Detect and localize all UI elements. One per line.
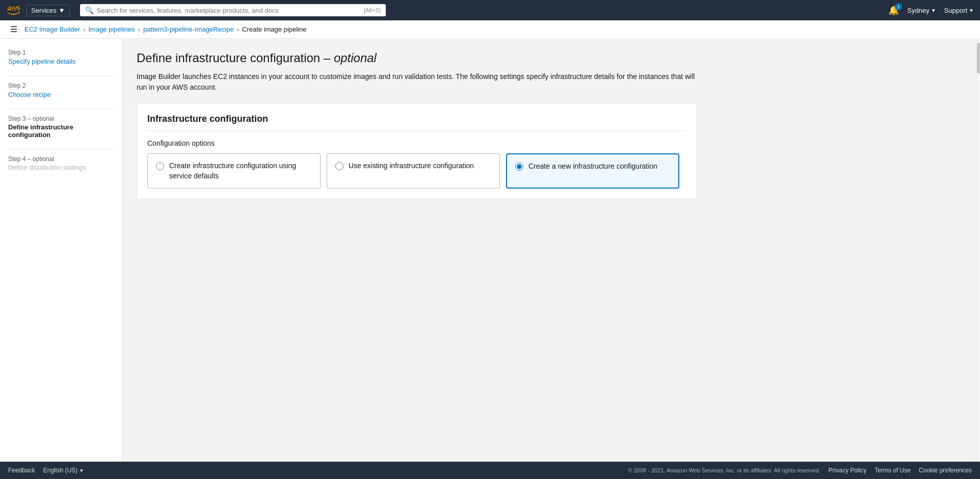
step-4-disabled: Define distribution settings	[8, 164, 114, 171]
notification-bell[interactable]: 🔔 1	[888, 5, 899, 16]
divider-2	[8, 109, 114, 109]
support-menu[interactable]: Support ▼	[944, 7, 974, 14]
step-4: Step 4 – optional Define distribution se…	[8, 155, 114, 171]
aws-logo-icon	[6, 5, 22, 15]
terms-of-use-link[interactable]: Terms of Use	[875, 467, 911, 474]
cookie-preferences-link[interactable]: Cookie preferences	[919, 467, 972, 474]
step-3-label: Step 3 – optional	[8, 115, 114, 122]
step-3: Step 3 – optional Define infrastructure …	[8, 115, 114, 139]
breadcrumb: ☰ EC2 Image Builder › Image pipelines › …	[0, 20, 980, 39]
footer: Feedback English (US) ▼ © 2008 - 2021, A…	[0, 462, 980, 479]
search-icon: 🔍	[85, 6, 94, 14]
step-2: Step 2 Choose recipe	[8, 82, 114, 98]
config-options-label: Configuration options	[147, 139, 686, 147]
nav-right: 🔔 1 Sydney ▼ Support ▼	[888, 5, 974, 16]
step-2-label: Step 2	[8, 82, 114, 89]
chevron-down-icon: ▼	[969, 8, 974, 13]
breadcrumb-ec2-image-builder[interactable]: EC2 Image Builder	[24, 25, 80, 33]
option-service-defaults[interactable]: Create infrastructure configuration usin…	[147, 153, 321, 189]
page-title: Define infrastructure configuration – op…	[137, 51, 962, 65]
option-create-new[interactable]: Create a new infrastructure configuratio…	[506, 153, 679, 189]
radio-options-group: Create infrastructure configuration usin…	[147, 153, 686, 189]
breadcrumb-sep-1: ›	[83, 25, 85, 33]
step-1-label: Step 1	[8, 49, 114, 56]
step-4-label: Step 4 – optional	[8, 155, 114, 163]
radio-service-defaults[interactable]	[156, 162, 164, 170]
services-button[interactable]: Services ▼	[27, 5, 70, 16]
language-selector[interactable]: English (US)	[43, 467, 77, 474]
top-navigation: Services ▼ 🔍 [Alt+S] 🔔 1 Sydney ▼ Suppor…	[0, 0, 980, 20]
step-2-link[interactable]: Choose recipe	[8, 91, 51, 98]
breadcrumb-sep-2: ›	[138, 25, 140, 33]
breadcrumb-sep-3: ›	[237, 25, 239, 33]
breadcrumb-current: Create image pipeline	[242, 25, 306, 33]
infrastructure-config-card: Infrastructure configuration Configurati…	[137, 103, 697, 199]
page-description: Image Builder launches EC2 instances in …	[137, 71, 697, 93]
radio-create-new[interactable]	[515, 163, 523, 171]
main-content: Define infrastructure configuration – op…	[122, 39, 976, 462]
search-input[interactable]	[97, 7, 361, 14]
scrollbar-thumb[interactable]	[977, 43, 980, 73]
option-use-existing-label: Use existing infrastructure configuratio…	[349, 161, 474, 171]
scrollbar-track[interactable]	[976, 39, 980, 462]
search-bar[interactable]: 🔍 [Alt+S]	[80, 4, 386, 16]
main-layout: Step 1 Specify pipeline details Step 2 C…	[0, 39, 980, 462]
feedback-link[interactable]: Feedback	[8, 467, 35, 474]
radio-use-existing[interactable]	[335, 162, 343, 170]
chevron-down-icon: ▼	[931, 8, 936, 13]
chevron-down-icon[interactable]: ▼	[79, 468, 84, 473]
breadcrumb-image-pipelines[interactable]: Image pipelines	[88, 25, 135, 33]
user-menu[interactable]: Sydney ▼	[907, 7, 936, 14]
step-1: Step 1 Specify pipeline details	[8, 49, 114, 65]
option-service-defaults-label: Create infrastructure configuration usin…	[169, 161, 312, 181]
notification-badge: 1	[895, 3, 902, 10]
option-create-new-label: Create a new infrastructure configuratio…	[528, 162, 657, 172]
divider-1	[8, 75, 114, 76]
footer-right: © 2008 - 2021, Amazon Web Services, Inc.…	[628, 467, 972, 474]
step-3-active: Define infrastructure configuration	[8, 123, 114, 139]
divider-3	[8, 149, 114, 149]
menu-icon[interactable]: ☰	[10, 24, 17, 34]
option-use-existing[interactable]: Use existing infrastructure configuratio…	[327, 153, 500, 189]
chevron-down-icon: ▼	[59, 7, 65, 14]
footer-left: Feedback English (US) ▼	[8, 467, 84, 474]
step-1-link[interactable]: Specify pipeline details	[8, 58, 75, 65]
sidebar: Step 1 Specify pipeline details Step 2 C…	[0, 39, 122, 462]
search-shortcut: [Alt+S]	[364, 7, 381, 13]
privacy-policy-link[interactable]: Privacy Policy	[829, 467, 867, 474]
card-title: Infrastructure configuration	[147, 114, 686, 131]
breadcrumb-pipeline-name[interactable]: pattern3-pipeline-ImageRecipe	[143, 25, 234, 33]
aws-logo	[6, 5, 22, 15]
copyright: © 2008 - 2021, Amazon Web Services, Inc.…	[628, 467, 820, 473]
